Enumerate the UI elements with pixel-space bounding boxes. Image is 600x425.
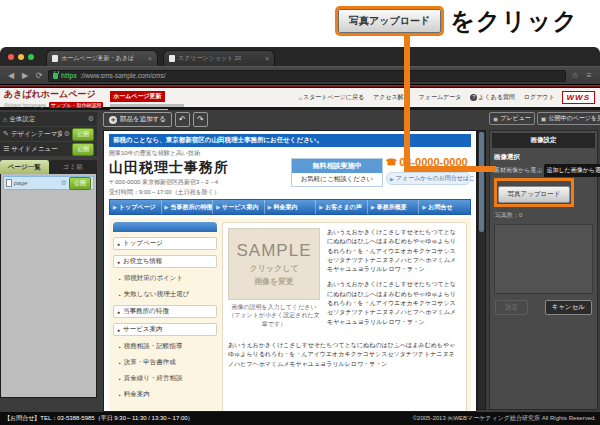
triangle-icon: ▶ — [390, 176, 394, 182]
sidebar-item-design-theme[interactable]: ✎ デザインテーマ変更 ⚙ 公開 — [0, 127, 97, 141]
bullet-icon: ▪ — [119, 376, 121, 382]
account-block: ホームページ更新 — [110, 84, 206, 112]
confirm-button[interactable]: 決定 — [495, 300, 528, 315]
preview-scrollbar[interactable] — [477, 130, 486, 410]
tab-close-icon[interactable]: × — [265, 55, 269, 62]
side-menu-subitem[interactable]: ▪決算・申告書作成 — [113, 357, 217, 368]
side-menu-item[interactable]: ●トップページ — [113, 237, 217, 250]
gear-icon[interactable]: ⚙ — [64, 130, 70, 138]
status-contact: 【お問合せ】TEL：03-5388-5985（平日 9:30～11:30 / 1… — [4, 414, 194, 423]
bullet-icon: ● — [117, 241, 120, 247]
home-icon: ⌂ — [3, 116, 7, 123]
site-nav-label: お客さまの声 — [325, 203, 362, 212]
back-button[interactable]: ◀ — [6, 71, 16, 81]
consult-header: 無料相談実施中 — [292, 159, 382, 173]
header-nav: ⌂スタートページに戻る アクセス解析 フォームデータ ?よくある質問 ログアウト — [298, 93, 554, 102]
nav-form-data[interactable]: フォームデータ — [419, 93, 462, 102]
tab-page-list[interactable]: ページ一覧 — [0, 160, 49, 174]
sample-badge: サンプル・動作確認用 — [49, 102, 103, 108]
preview-button[interactable]: ◉ プレビュー — [489, 112, 535, 125]
publish-button[interactable]: 公開 — [72, 128, 94, 141]
side-menu-header — [113, 222, 217, 232]
callout-instruction-text: をクリック — [450, 5, 578, 37]
publish-button[interactable]: 公開 — [69, 177, 91, 190]
page-list: page ⚙ 公開 — [0, 174, 97, 398]
body-paragraph: あいうえおかきくけこさしすせそたちつてとなにぬねのはひふへほまみむめもやゃゆゅよ… — [327, 228, 461, 274]
site-hours: 受付時間：9:00～17:00（土日祝を除く） — [109, 188, 471, 197]
window-close-button[interactable] — [8, 54, 14, 60]
window-minimize-button[interactable] — [18, 54, 24, 60]
window-zoom-button[interactable] — [28, 54, 34, 60]
reload-button[interactable]: ⟳ — [34, 71, 44, 81]
browser-tab-screenshot[interactable]: スクリーンショット 20 × — [163, 50, 275, 66]
site-nav-item[interactable]: ▶お問合せ — [419, 200, 470, 214]
tab-title: ホームページ更新・あきば — [61, 54, 134, 63]
tab-close-icon[interactable]: × — [148, 55, 152, 62]
bullet-icon: ● — [117, 327, 120, 333]
wws-brand-logo: WWS — [562, 91, 595, 104]
publish-button[interactable]: 公開 — [72, 143, 94, 156]
sample-overlay-line2: 画像を変更 — [254, 276, 294, 287]
side-menu-subitem[interactable]: ▪料金案内 — [113, 389, 217, 400]
akibare-logo[interactable]: あきばれホームページ Akibare homepage サンプル・動作確認用 — [0, 88, 106, 108]
view-published-button[interactable]: ▣ 公開中のページを見る — [537, 112, 600, 125]
gear-icon[interactable]: ⚙ — [61, 179, 67, 187]
side-menu-subitem[interactable]: ▪節税対策のポイント — [113, 273, 217, 284]
bullet-icon: ▪ — [119, 392, 121, 398]
nav-start-page[interactable]: ⌂スタートページに戻る — [298, 93, 364, 102]
image-source-tabs: 素材画像から選ぶ 追加した画像から選ぶ — [492, 164, 595, 177]
sidebar-item-global-settings[interactable]: ⌂ 全体設定 ⚙ — [0, 112, 97, 126]
app-header: あきばれホームページ Akibare homepage サンプル・動作確認用 ホ… — [0, 88, 600, 110]
browser-tab-cms[interactable]: ホームページ更新・あきば × — [46, 50, 158, 66]
side-menu-item[interactable]: ●お役立ち情報 — [113, 255, 217, 268]
redo-button[interactable]: ↷ — [193, 112, 208, 127]
body-paragraph: あいうえおかきくけこさしすせそたちつてとなにぬねのはひふへほまみむめもやゃゆゅよ… — [228, 341, 461, 369]
add-part-button[interactable]: ＋ 部品を追加する — [103, 112, 172, 127]
sidebar-item-side-menu[interactable]: ☰ サイドメニュー 公開 — [0, 142, 97, 156]
bookmark-star-icon[interactable]: ☆ — [570, 71, 580, 81]
site-nav-label: サービス案内 — [222, 203, 258, 212]
eye-icon: ◉ — [493, 115, 498, 122]
sample-image-placeholder[interactable]: SAMPLE クリックして 画像を変更 — [228, 228, 320, 300]
side-menu-subitem[interactable]: ▪資金繰り・経営相談 — [113, 373, 217, 384]
site-nav-item[interactable]: ▶サービス案内 — [213, 200, 265, 214]
menu-label: サービス案内 — [123, 325, 162, 334]
site-nav-item[interactable]: ▶事務所概要 — [368, 200, 420, 214]
sitemap-icon: ☰ — [3, 145, 9, 153]
side-menu-item[interactable]: ●サービス案内 — [113, 323, 217, 336]
tab-trash[interactable]: ゴミ箱 — [49, 160, 98, 174]
site-nav-item[interactable]: ▶当事務所の特徴 — [162, 200, 214, 214]
site-nav-item[interactable]: ▶トップページ — [110, 200, 162, 214]
cancel-button[interactable]: キャンセル — [545, 300, 592, 315]
menu-label: 税務相談・記帳指導 — [124, 342, 183, 351]
undo-button[interactable]: ↶ — [175, 112, 190, 127]
consult-box: 無料相談実施中 お気軽にご相談ください — [291, 158, 383, 187]
triangle-icon: ▶ — [165, 204, 169, 210]
nav-faq[interactable]: ?よくある質問 — [470, 93, 515, 102]
site-notice-bar: 節税のことなら、東京都新宿区の山田税理士事務所にお任せください。 — [109, 134, 471, 147]
scrollbar-thumb[interactable] — [479, 132, 484, 232]
left-sidebar: ⌂ 全体設定 ⚙ ✎ デザインテーマ変更 ⚙ 公開 ☰ サイドメニュー 公開 ペ… — [0, 112, 97, 398]
site-nav-item[interactable]: ▶お客さまの声 — [316, 200, 368, 214]
contact-form-link[interactable]: ▶ フォームからのお問合せはこちら — [386, 172, 471, 185]
forward-button[interactable]: ▶ — [20, 71, 30, 81]
site-nav-item[interactable]: ▶料金案内 — [265, 200, 317, 214]
browser-menu-icon[interactable]: ≡ — [584, 71, 594, 81]
gear-icon[interactable]: ⚙ — [88, 115, 94, 123]
photo-upload-button[interactable]: 写真アップロード — [498, 186, 570, 203]
browser-toolbar: ◀ ▶ ⟳ https ://www.sms-sample.com/cms/ ☆… — [0, 66, 600, 84]
site-nav-label: 料金案内 — [274, 203, 298, 212]
tab-added-images[interactable]: 追加した画像から選ぶ — [544, 164, 600, 177]
side-menu-subitem[interactable]: ▪失敗しない税理士選び — [113, 289, 217, 300]
nav-label: ログアウト — [524, 93, 555, 102]
page-list-item[interactable]: page ⚙ 公開 — [3, 176, 94, 190]
triangle-icon: ▶ — [113, 204, 117, 210]
side-menu-item[interactable]: ●当事務所の特徴 — [113, 305, 217, 318]
address-bar[interactable]: https ://www.sms-sample.com/cms/ — [48, 70, 566, 82]
tab-stock-images[interactable]: 素材画像から選ぶ — [492, 164, 544, 177]
menu-label: お役立ち情報 — [123, 257, 162, 266]
nav-logout[interactable]: ログアウト — [524, 93, 555, 102]
pencil-icon: ✎ — [3, 130, 9, 138]
side-menu-subitem[interactable]: ▪税務相談・記帳指導 — [113, 341, 217, 352]
sample-overlay-line1: クリックして — [249, 263, 298, 274]
